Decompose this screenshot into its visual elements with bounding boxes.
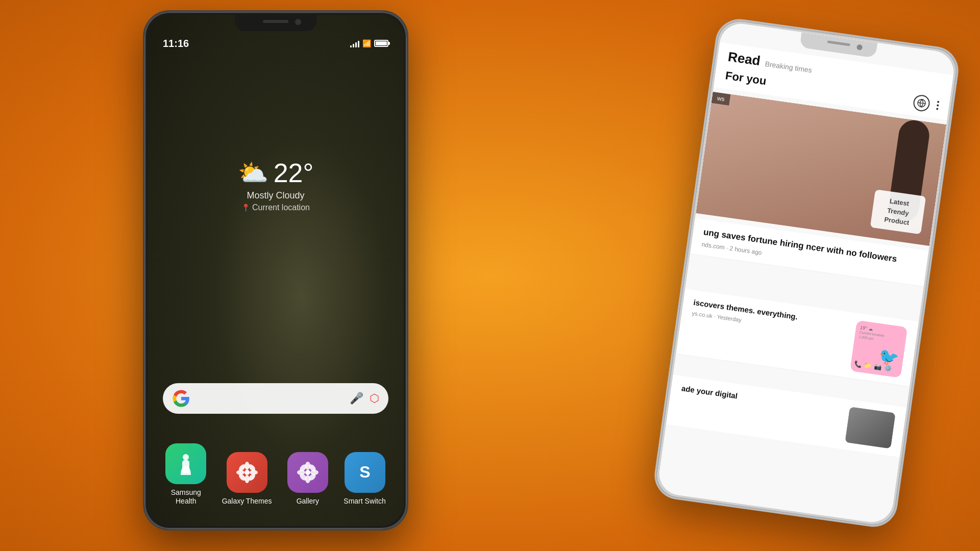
header-action-icons [912,94,940,114]
notch-right [799,32,877,58]
themes-flower-icon [235,461,259,484]
samsung-health-label: SamsungHealth [171,488,201,506]
signal-bar-1 [350,45,352,47]
volume-down-button[interactable] [143,155,144,185]
samsung-health-icon[interactable] [165,443,206,484]
widget-phone-icon: 📞 [853,360,862,368]
more-options-icon[interactable] [936,101,939,110]
app-name-label: Read [727,49,761,69]
product-card-text: Latest Trendy Product [884,197,910,227]
weather-location: 📍 Current location [238,203,314,212]
news-tag-text: ws [717,94,725,103]
article-1-source: nds.com [701,241,725,251]
battery-icon [374,40,388,47]
article-2-text-content: iscovers themes. everything. ys.co.uk · … [692,297,850,338]
article-item-3[interactable]: ade your digital [666,375,906,457]
google-logo-icon [172,389,190,408]
app-item-gallery[interactable]: Gallery [287,452,328,506]
smart-switch-label: Smart Switch [344,497,385,506]
voice-search-icon[interactable]: 🎤 [350,392,363,405]
article-3-text-content: ade your digital [681,383,843,416]
smart-switch-s-icon: S [354,461,376,484]
speaker [263,20,288,23]
gallery-icon[interactable] [287,452,328,493]
svg-text:S: S [359,463,370,481]
location-pin-icon: 📍 [241,204,250,212]
location-text: Current location [252,203,310,212]
article-3-title: ade your digital [681,383,843,416]
right-speaker [827,40,850,46]
status-bar: 11:16 📶 [148,33,404,54]
weather-widget: ⛅ 22° Mostly Cloudy 📍 Current location [238,158,314,212]
article-3-image [845,407,896,448]
weather-main: ⛅ 22° [238,158,314,188]
widget-folder-icon: 📁 [864,362,872,370]
signal-bar-2 [353,44,354,47]
for-you-label: For you [724,69,767,88]
google-search-bar[interactable]: 🎤 ⬡ [163,383,388,414]
app-tagline: Breaking times [765,60,813,74]
app-item-samsung-health[interactable]: SamsungHealth [165,443,206,506]
status-icons: 📶 [350,39,388,47]
phone-right: Read Breaking times For you [651,16,962,530]
gallery-label: Gallery [297,497,319,506]
product-card: Latest Trendy Product [870,190,926,235]
health-figure-icon [175,453,197,475]
app-item-smart-switch[interactable]: S Smart Switch [344,452,385,506]
volume-up-button[interactable] [143,114,144,144]
home-screen: 11:16 📶 ⛅ 2 [148,15,404,526]
temperature-display: 22° [274,158,314,188]
power-button[interactable] [407,134,408,175]
lens-search-icon[interactable]: ⬡ [370,392,379,405]
app-item-galaxy-themes[interactable]: Galaxy Themes [222,452,272,506]
status-time: 11:16 [163,38,189,49]
notch-left [235,15,316,31]
signal-bar-3 [355,42,357,47]
widget-camera-icon: 📷 [874,363,883,371]
right-phone-power-button[interactable] [941,153,949,188]
widget-settings-icon: ⚙️ [884,364,893,372]
weather-icon: ⛅ [238,159,268,187]
front-camera [295,19,301,25]
news-screen: Read Breaking times For you [656,21,956,524]
dot-1 [937,101,940,103]
person-image: Latest Trendy Product [696,92,946,246]
gallery-flower-icon [297,461,319,484]
galaxy-themes-icon[interactable] [227,452,267,493]
article-3-img-bg [845,407,896,448]
article-2-time: Yesterday [717,313,742,323]
svg-point-10 [305,470,310,475]
phone-left: 11:16 📶 ⛅ 2 [143,10,408,531]
signal-icon [350,39,359,47]
news-tag: ws [712,92,730,106]
app-dock: SamsungHealth [158,443,394,506]
globe-svg [916,98,926,108]
smart-switch-icon[interactable]: S [345,452,385,493]
right-front-camera [856,44,863,50]
weather-description: Mostly Cloudy [238,190,314,201]
article-1-time: 2 hours ago [729,245,763,257]
galaxy-themes-label: Galaxy Themes [222,497,272,506]
dot-2 [937,104,939,107]
article-2-widget-image: 19° ☁ Current location1,000 pm 🐦 📞 📁 📷 ⚙… [850,320,908,378]
signal-bar-4 [358,41,359,47]
dot-3 [936,108,939,110]
svg-point-1 [244,470,250,475]
phone-left-inner: 11:16 📶 ⛅ 2 [148,15,404,526]
battery-fill [376,41,387,45]
article-2-source: ys.co.uk [692,310,713,319]
article-item-2[interactable]: iscovers themes. everything. ys.co.uk · … [676,289,918,387]
globe-icon[interactable] [912,94,930,112]
svg-point-0 [183,454,189,460]
wifi-icon: 📶 [362,39,371,47]
phone-right-inner: Read Breaking times For you [656,21,956,524]
hero-article-image[interactable]: Latest Trendy Product [696,92,946,246]
